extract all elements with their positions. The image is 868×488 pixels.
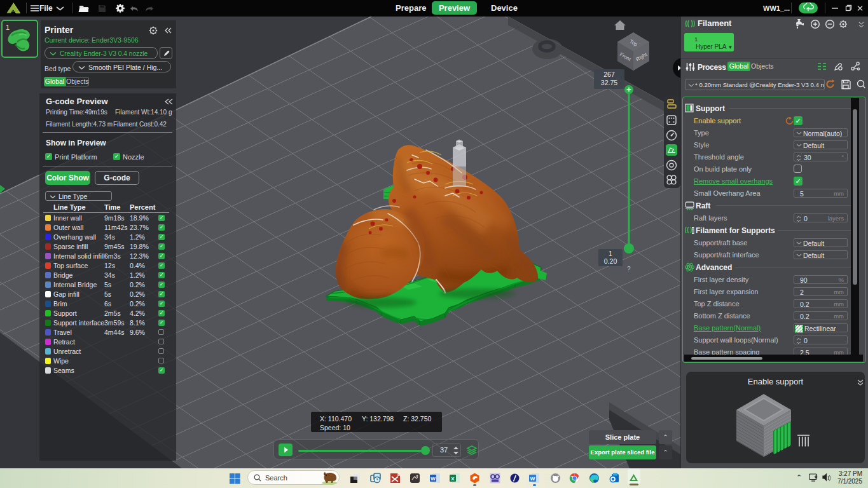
svg-text:?: ? (627, 266, 631, 273)
svg-text:32.75: 32.75 (601, 79, 617, 86)
svg-text:1: 1 (609, 250, 612, 257)
svg-text:267: 267 (603, 71, 615, 78)
svg-text:0.20: 0.20 (604, 257, 617, 265)
